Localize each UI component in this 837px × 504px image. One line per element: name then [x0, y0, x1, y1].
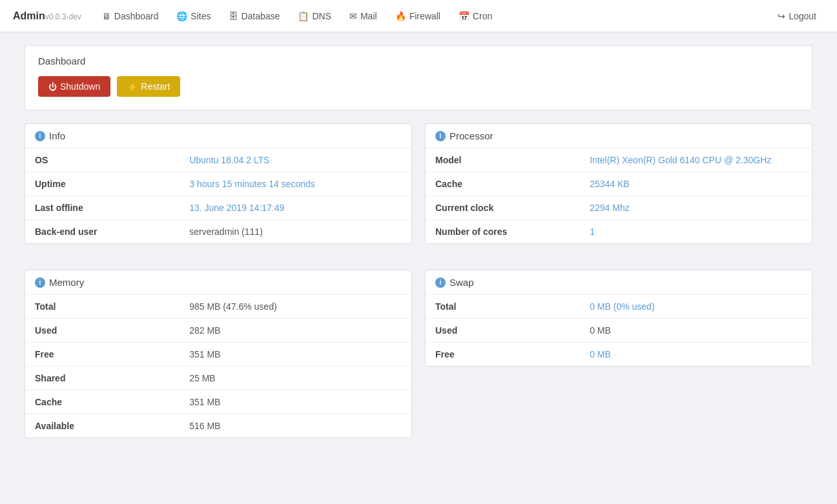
memory-info-icon: i — [35, 277, 45, 288]
row-label: Used — [426, 319, 580, 343]
firewall-icon: 🔥 — [395, 11, 406, 21]
row-value: 2294 Mhz — [580, 196, 812, 220]
row-label: Back-end user — [25, 220, 180, 244]
swap-section: i Swap Total0 MB (0% used)Used0 MBFree0 … — [425, 270, 812, 451]
row-label: Model — [426, 148, 580, 172]
swap-card-header: i Swap — [426, 270, 812, 295]
processor-card-header: i Processor — [426, 124, 812, 148]
nav-label-database: Database — [241, 11, 280, 21]
row-label: Current clock — [426, 196, 580, 220]
logout-link[interactable]: ↪ Logout — [770, 7, 824, 25]
row-label: Cache — [426, 172, 580, 196]
table-row: Last offline13. June 2019 14:17:49 — [25, 196, 411, 220]
nav-item-mail[interactable]: ✉ Mail — [342, 7, 385, 25]
power-icon: ⏻ — [48, 82, 57, 92]
row-label: Cache — [25, 390, 180, 414]
table-row: Free351 MB — [25, 343, 411, 367]
memory-title: Memory — [49, 277, 84, 288]
table-row: Used0 MB — [426, 319, 812, 343]
shutdown-button[interactable]: ⏻ Shutdown — [38, 76, 110, 97]
row-label: Number of cores — [426, 220, 580, 244]
swap-title: Swap — [450, 277, 474, 288]
navbar-right: ↪ Logout — [770, 7, 824, 25]
restart-label: Restart — [141, 81, 170, 92]
table-row: Cache351 MB — [25, 390, 411, 414]
table-row: Total985 MB (47.6% used) — [25, 295, 411, 319]
row-label: Uptime — [25, 172, 180, 196]
info-card-header: i Info — [25, 124, 411, 148]
dashboard-card: Dashboard ⏻ Shutdown ⚡ Restart — [25, 45, 812, 110]
nav-item-dashboard[interactable]: 🖥 Dashboard — [94, 7, 167, 25]
table-row: Number of cores1 — [426, 220, 812, 244]
processor-info-icon: i — [435, 131, 446, 141]
shutdown-label: Shutdown — [60, 81, 100, 92]
swap-table: Total0 MB (0% used)Used0 MBFree0 MB — [426, 295, 812, 366]
swap-card: i Swap Total0 MB (0% used)Used0 MBFree0 … — [425, 270, 812, 367]
row-label: Total — [426, 295, 580, 319]
database-icon: 🗄 — [229, 11, 238, 21]
logout-icon: ↪ — [778, 11, 785, 21]
app-version: v0.0.3-dev — [45, 12, 81, 21]
table-row: Cache25344 KB — [426, 172, 812, 196]
info-title: Info — [49, 130, 65, 141]
lightning-icon: ⚡ — [127, 82, 138, 92]
row-label: Shared — [25, 367, 180, 390]
sites-icon: 🌐 — [176, 11, 187, 21]
restart-button[interactable]: ⚡ Restart — [117, 76, 180, 97]
nav-label-dashboard: Dashboard — [114, 11, 159, 21]
processor-title: Processor — [450, 130, 493, 141]
processor-table: ModelIntel(R) Xeon(R) Gold 6140 CPU @ 2.… — [426, 148, 812, 243]
row-value: 985 MB (47.6% used) — [180, 295, 411, 319]
memory-table: Total985 MB (47.6% used)Used282 MBFree35… — [25, 295, 411, 438]
row-label: Free — [426, 343, 580, 367]
row-value: Ubuntu 18.04.2 LTS — [180, 148, 411, 172]
row-value: 0 MB — [580, 343, 812, 367]
row-value: 3 hours 15 minutes 14 seconds — [180, 172, 411, 196]
cron-icon: 📅 — [459, 11, 470, 21]
nav-label-mail: Mail — [360, 11, 377, 21]
table-row: Current clock2294 Mhz — [426, 196, 812, 220]
dashboard-icon: 🖥 — [102, 11, 111, 21]
row-value: 351 MB — [180, 343, 411, 367]
nav-label-sites: Sites — [191, 11, 211, 21]
dns-icon: 📋 — [298, 11, 309, 21]
table-row: Uptime3 hours 15 minutes 14 seconds — [25, 172, 411, 196]
nav-item-dns[interactable]: 📋 DNS — [290, 7, 339, 25]
nav-label-cron: Cron — [473, 11, 492, 21]
dashboard-title: Dashboard — [38, 55, 799, 66]
row-value: 0 MB — [580, 319, 812, 343]
row-value: 13. June 2019 14:17:49 — [180, 196, 411, 220]
info-icon: i — [35, 131, 45, 141]
table-row: Available516 MB — [25, 414, 411, 438]
mail-icon: ✉ — [349, 11, 357, 21]
info-card: i Info OSUbuntu 18.04.2 LTSUptime3 hours… — [25, 123, 412, 244]
row-label: Available — [25, 414, 180, 438]
memory-section: i Memory Total985 MB (47.6% used)Used282… — [25, 270, 412, 451]
brand-name: Admin — [13, 10, 45, 21]
nav-item-cron[interactable]: 📅 Cron — [451, 7, 500, 25]
memory-card: i Memory Total985 MB (47.6% used)Used282… — [25, 270, 412, 438]
row-label: Last offline — [25, 196, 180, 220]
processor-section: i Processor ModelIntel(R) Xeon(R) Gold 6… — [425, 123, 812, 257]
row-value: 1 — [580, 220, 812, 244]
table-row: OSUbuntu 18.04.2 LTS — [25, 148, 411, 172]
nav-menu: 🖥 Dashboard 🌐 Sites 🗄 Database 📋 DNS — [94, 7, 770, 25]
row-value: 25 MB — [180, 367, 411, 390]
row-value: 282 MB — [180, 319, 411, 343]
table-row: Total0 MB (0% used) — [426, 295, 812, 319]
nav-item-firewall[interactable]: 🔥 Firewall — [388, 7, 448, 25]
nav-item-sites[interactable]: 🌐 Sites — [169, 7, 218, 25]
row-value: Intel(R) Xeon(R) Gold 6140 CPU @ 2.30GHz — [580, 148, 812, 172]
info-processor-row: i Info OSUbuntu 18.04.2 LTSUptime3 hours… — [25, 123, 812, 257]
row-label: OS — [25, 148, 180, 172]
row-label: Used — [25, 319, 180, 343]
row-value: 351 MB — [180, 390, 411, 414]
memory-swap-row: i Memory Total985 MB (47.6% used)Used282… — [25, 270, 812, 451]
row-value: 516 MB — [180, 414, 411, 438]
memory-card-header: i Memory — [25, 270, 411, 295]
row-value: 0 MB (0% used) — [580, 295, 812, 319]
table-row: Free0 MB — [426, 343, 812, 367]
nav-item-database[interactable]: 🗄 Database — [221, 7, 287, 25]
nav-label-dns: DNS — [312, 11, 331, 21]
logout-label: Logout — [789, 11, 816, 21]
